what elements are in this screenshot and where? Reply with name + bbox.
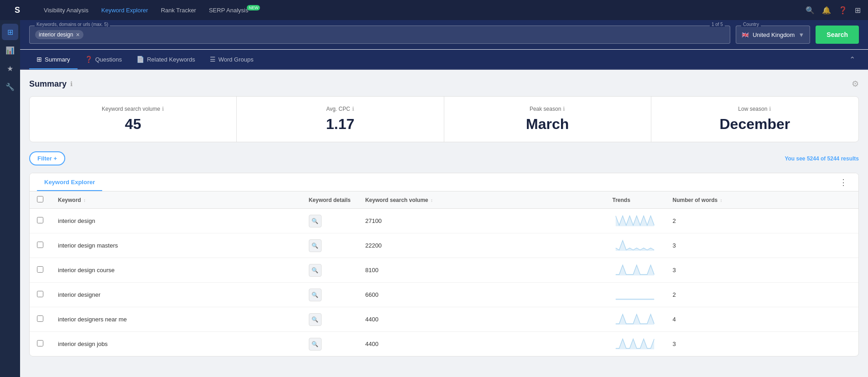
nav-serp-analysis[interactable]: SERP Analysis NEW: [203, 4, 261, 16]
row-checkbox-3[interactable]: [37, 291, 43, 297]
low-season-info-icon[interactable]: ℹ: [769, 106, 771, 112]
row-words-2: 3: [665, 258, 858, 283]
row-checkbox-cell[interactable]: [30, 209, 51, 233]
keyword-sort-icon: ↕: [83, 198, 86, 203]
row-volume-1: 22200: [358, 233, 605, 258]
row-words-3: 2: [665, 283, 858, 307]
search-button[interactable]: Search: [816, 26, 859, 44]
row-words-4: 4: [665, 307, 858, 332]
sidebar-item-home[interactable]: ⊞: [2, 24, 18, 40]
row-details-btn-1[interactable]: 🔍: [309, 239, 322, 252]
row-keyword-0: interior design: [51, 209, 301, 233]
stat-avg-cpc-label: Avg. CPC: [326, 106, 350, 112]
sidebar-item-tools[interactable]: 🔧: [2, 78, 18, 95]
search-tag-text: interior design: [39, 31, 73, 38]
row-volume-5: 4400: [358, 332, 605, 356]
search-bar-container: Keywords, domains or urls (max. 5) 1 of …: [29, 26, 730, 44]
settings-icon[interactable]: ⚙: [852, 79, 859, 89]
peak-season-info-icon[interactable]: ℹ: [563, 106, 565, 112]
stat-peak-season-value: March: [455, 116, 640, 133]
sidebar-item-chart[interactable]: 📊: [2, 42, 18, 58]
stat-keyword-volume-value: 45: [41, 116, 225, 133]
th-keyword[interactable]: Keyword ↕: [51, 191, 301, 209]
search-icon[interactable]: 🔍: [806, 6, 815, 15]
row-details-cell-5: 🔍: [301, 332, 358, 356]
row-details-btn-4[interactable]: 🔍: [309, 313, 322, 326]
row-checkbox-cell[interactable]: [30, 307, 51, 332]
row-checkbox-cell[interactable]: [30, 332, 51, 356]
th-words[interactable]: Number of words ↕: [665, 191, 858, 209]
left-sidebar: ⊞ 📊 ★ 🔧: [0, 20, 20, 377]
tab-word-groups[interactable]: ☰ Word Groups: [203, 49, 261, 69]
table-row: interior design masters 🔍 22200 3: [30, 233, 858, 258]
filter-row: Filter + You see 5244 of 5244 results: [29, 151, 859, 165]
row-volume-4: 4400: [358, 307, 605, 332]
tab-questions[interactable]: ❓ Questions: [78, 49, 130, 69]
row-words-5: 3: [665, 332, 858, 356]
search-tag-remove[interactable]: ×: [76, 31, 79, 38]
results-shown: 5244: [807, 155, 819, 162]
tab-related-keywords-label: Related Keywords: [147, 56, 195, 63]
svg-marker-0: [616, 216, 654, 227]
grid-icon[interactable]: ⊞: [855, 6, 861, 15]
th-keyword-details: Keyword details: [301, 191, 358, 209]
keyword-volume-info-icon[interactable]: ℹ: [162, 106, 164, 112]
bell-icon[interactable]: 🔔: [822, 6, 831, 15]
search-bar-label: Keywords, domains or urls (max. 5): [35, 22, 110, 27]
tabs-collapse-icon[interactable]: ⌃: [846, 52, 859, 67]
row-details-cell-0: 🔍: [301, 209, 358, 233]
sidebar-item-star[interactable]: ★: [2, 60, 18, 77]
row-details-btn-2[interactable]: 🔍: [309, 264, 322, 277]
questions-tab-icon: ❓: [85, 56, 93, 63]
select-all-checkbox[interactable]: [37, 196, 43, 202]
related-keywords-tab-icon: 📄: [136, 56, 144, 63]
row-details-btn-3[interactable]: 🔍: [309, 289, 322, 301]
row-details-btn-0[interactable]: 🔍: [309, 215, 322, 227]
row-checkbox-4[interactable]: [37, 315, 43, 322]
country-dropdown[interactable]: 🇬🇧 United Kingdom ▼: [736, 26, 810, 44]
country-value: United Kingdom: [753, 31, 795, 38]
nav-rank-tracker[interactable]: Rank Tracker: [156, 4, 202, 16]
row-details-btn-5[interactable]: 🔍: [309, 338, 322, 351]
th-keyword-volume[interactable]: Keyword search volume ↕: [358, 191, 605, 209]
stat-avg-cpc-value: 1.17: [248, 116, 432, 133]
search-tag-interior-design: interior design ×: [35, 30, 83, 39]
results-total: 5244: [827, 155, 840, 162]
word-groups-tab-icon: ☰: [210, 56, 216, 63]
row-checkbox-5[interactable]: [37, 340, 43, 346]
table-more-icon[interactable]: ⋮: [836, 174, 851, 191]
table-row: interior design course 🔍 8100 3: [30, 258, 858, 283]
nav-items: Visibility Analysis Keyword Explorer Ran…: [38, 4, 806, 16]
row-checkbox-cell[interactable]: [30, 233, 51, 258]
row-checkbox-cell[interactable]: [30, 283, 51, 307]
filter-button[interactable]: Filter +: [29, 151, 65, 165]
app-logo: S: [7, 5, 27, 15]
avg-cpc-info-icon[interactable]: ℹ: [352, 106, 354, 112]
row-checkbox-0[interactable]: [37, 217, 43, 223]
tab-summary[interactable]: ⊞ Summary: [29, 49, 78, 69]
row-checkbox-cell[interactable]: [30, 258, 51, 283]
stat-keyword-volume-label: Keyword search volume: [102, 106, 160, 112]
row-checkbox-2[interactable]: [37, 266, 43, 273]
th-select-all[interactable]: [30, 191, 51, 209]
nav-keyword-explorer[interactable]: Keyword Explorer: [96, 4, 154, 16]
country-label: Country: [741, 22, 761, 27]
stat-keyword-search-volume: Keyword search volume ℹ 45: [30, 97, 237, 142]
nav-visibility-analysis[interactable]: Visibility Analysis: [38, 4, 94, 16]
page-title-row: Summary ℹ ⚙: [29, 79, 859, 89]
search-input-box[interactable]: interior design ×: [29, 26, 730, 44]
table-tab-keyword-explorer[interactable]: Keyword Explorer: [37, 173, 102, 191]
row-trend-4: [605, 307, 665, 332]
row-words-0: 2: [665, 209, 858, 233]
stat-peak-season: Peak season ℹ March: [444, 97, 651, 142]
row-keyword-4: interior designers near me: [51, 307, 301, 332]
chevron-down-icon: ▼: [798, 31, 804, 38]
tab-related-keywords[interactable]: 📄 Related Keywords: [129, 49, 203, 69]
row-keyword-1: interior design masters: [51, 233, 301, 258]
table-row: interior designer 🔍 6600 2: [30, 283, 858, 307]
row-trend-5: [605, 332, 665, 356]
row-checkbox-1[interactable]: [37, 242, 43, 248]
help-icon[interactable]: ❓: [838, 6, 847, 15]
table-container: Keyword Explorer ⋮ Keyword ↕ Keyword det…: [29, 173, 859, 356]
summary-info-icon[interactable]: ℹ: [70, 80, 73, 88]
